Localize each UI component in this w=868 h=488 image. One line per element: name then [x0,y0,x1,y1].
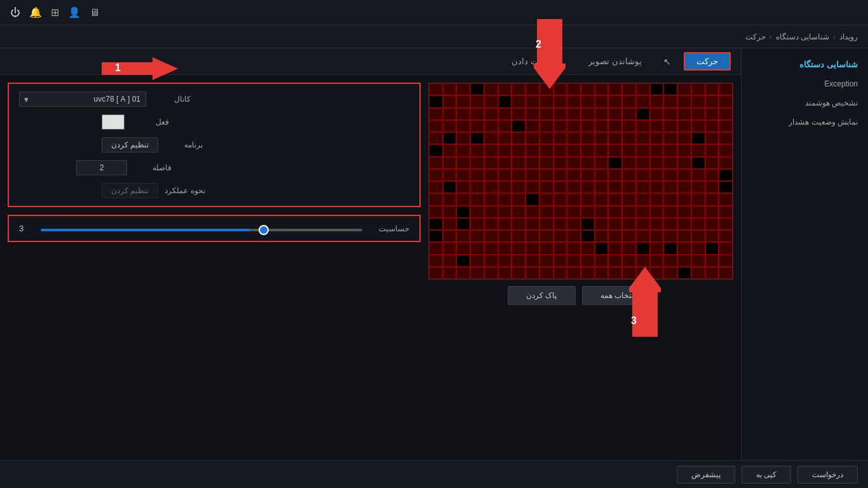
sidebar-item-exception[interactable]: Exception [742,74,868,93]
grid-cell[interactable] [691,193,705,205]
grid-cell[interactable] [526,267,539,279]
grid-cell[interactable] [512,267,526,279]
grid-cell[interactable] [650,108,664,120]
grid-cell[interactable] [650,206,664,218]
grid-cell[interactable] [705,144,719,156]
grid-cell[interactable] [650,181,664,193]
grid-cell[interactable] [622,218,636,230]
grid-cell[interactable] [456,267,470,279]
grid-cell[interactable] [456,83,470,95]
grid-cell[interactable] [691,120,705,132]
grid-cell[interactable] [663,83,677,95]
grid-cell[interactable] [608,108,622,120]
grid-cell[interactable] [636,108,650,120]
grid-cell[interactable] [581,255,595,267]
grid-cell[interactable] [663,267,677,279]
grid-cell[interactable] [470,267,484,279]
grid-cell[interactable] [663,242,677,254]
grid-cell[interactable] [663,218,677,230]
grid-cell[interactable] [539,193,553,205]
grid-cell[interactable] [719,120,733,132]
grid-cell[interactable] [484,132,498,144]
grid-cell[interactable] [512,242,526,254]
grid-cell[interactable] [663,144,677,156]
grid-cell[interactable] [470,132,484,144]
grid-cell[interactable] [581,157,595,169]
grid-cell[interactable] [581,193,595,205]
grid-cell[interactable] [539,157,553,169]
grid-cell[interactable] [429,120,443,132]
grid-cell[interactable] [429,218,443,230]
grid-cell[interactable] [484,108,498,120]
breadcrumb-item-1[interactable]: رویداد [839,32,858,41]
grid-cell[interactable] [608,95,622,107]
grid-cell[interactable] [622,242,636,254]
grid-cell[interactable] [691,95,705,107]
grid-cell[interactable] [691,108,705,120]
grid-cell[interactable] [484,242,498,254]
tab-lose[interactable]: از دست دادن [503,53,567,69]
grid-cell[interactable] [567,95,581,107]
grid-cell[interactable] [539,206,553,218]
grid-cell[interactable] [719,132,733,144]
grid-cell[interactable] [705,83,719,95]
grid-cell[interactable] [456,181,470,193]
grid-cell[interactable] [581,83,595,95]
grid-cell[interactable] [622,255,636,267]
grid-cell[interactable] [429,108,443,120]
grid-cell[interactable] [484,157,498,169]
grid-cell[interactable] [539,108,553,120]
grid-cell[interactable] [677,267,691,279]
grid-cell[interactable] [622,267,636,279]
grid-cell[interactable] [470,242,484,254]
grid-cell[interactable] [622,95,636,107]
grid-cell[interactable] [691,267,705,279]
grid-cell[interactable] [663,181,677,193]
grid-cell[interactable] [539,169,553,181]
grid-cell[interactable] [470,206,484,218]
grid-cell[interactable] [581,267,595,279]
grid-cell[interactable] [663,95,677,107]
grid-cell[interactable] [622,132,636,144]
grid-cell[interactable] [650,255,664,267]
channel-select[interactable]: 01 [ A ] uvc78 [19,92,146,107]
grid-cell[interactable] [622,120,636,132]
grid-cell[interactable] [512,132,526,144]
grid-cell[interactable] [705,169,719,181]
default-button[interactable]: پیشفرض [677,466,735,484]
grid-cell[interactable] [470,144,484,156]
grid-cell[interactable] [595,267,609,279]
grid-cell[interactable] [498,120,512,132]
grid-cell[interactable] [650,83,664,95]
grid-cell[interactable] [719,108,733,120]
grid-cell[interactable] [691,169,705,181]
grid-cell[interactable] [456,230,470,242]
grid-cell[interactable] [456,218,470,230]
grid-cell[interactable] [567,169,581,181]
grid-cell[interactable] [622,206,636,218]
grid-cell[interactable] [595,157,609,169]
grid-cell[interactable] [595,108,609,120]
grid-cell[interactable] [484,230,498,242]
grid-cell[interactable] [622,144,636,156]
grid-cell[interactable] [677,193,691,205]
grid-cell[interactable] [512,144,526,156]
grid-cell[interactable] [663,169,677,181]
grid-cell[interactable] [470,120,484,132]
grid-cell[interactable] [526,230,539,242]
grid-cell[interactable] [484,95,498,107]
grid-cell[interactable] [553,193,567,205]
grid-cell[interactable] [484,206,498,218]
grid-cell[interactable] [526,181,539,193]
grid-cell[interactable] [567,120,581,132]
grid-cell[interactable] [691,157,705,169]
grid-cell[interactable] [526,218,539,230]
grid-cell[interactable] [595,218,609,230]
grid-cell[interactable] [622,157,636,169]
grid-cell[interactable] [705,267,719,279]
grid-cell[interactable] [484,83,498,95]
grid-cell[interactable] [677,120,691,132]
grid-cell[interactable] [526,255,539,267]
grid-cell[interactable] [677,144,691,156]
grid-icon[interactable]: ⊞ [51,6,59,18]
